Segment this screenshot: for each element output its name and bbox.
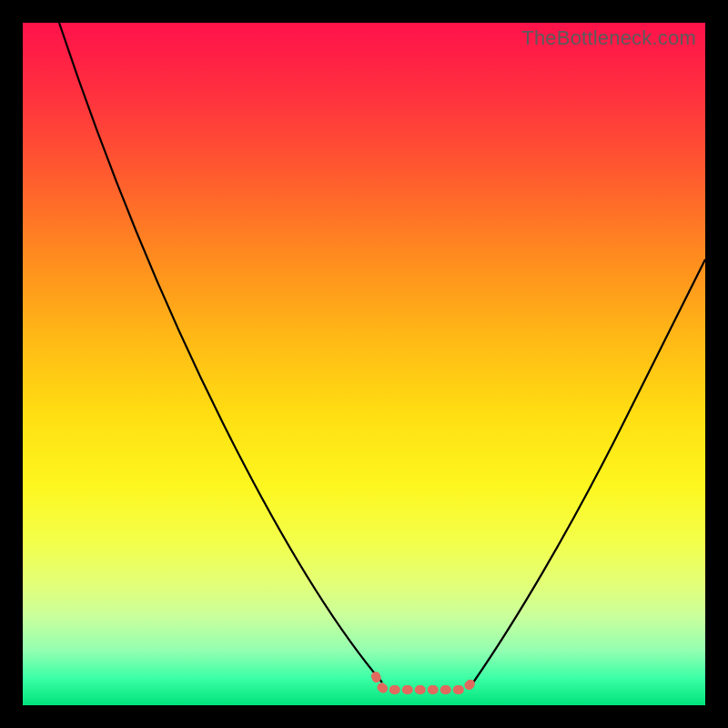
plot-area: TheBottleneck.com: [23, 23, 705, 705]
left-curve: [59, 23, 382, 682]
curves-svg: [23, 23, 705, 705]
chart-frame: TheBottleneck.com: [0, 0, 728, 728]
bottom-marker: [376, 676, 474, 690]
right-curve: [473, 259, 705, 682]
